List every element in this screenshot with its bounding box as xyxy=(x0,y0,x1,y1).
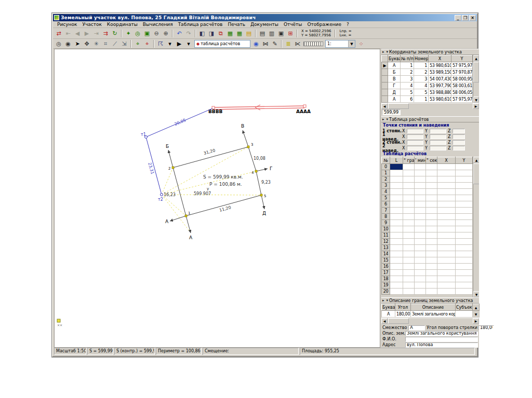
calc-cell[interactable] xyxy=(437,232,456,239)
calc-cell[interactable] xyxy=(456,176,473,183)
calc-cell[interactable] xyxy=(415,226,426,232)
calc-cell[interactable] xyxy=(415,251,426,257)
scroll-right-icon[interactable]: ▶ xyxy=(473,318,479,324)
calc-cell[interactable] xyxy=(390,289,403,295)
coords-cell-sel[interactable] xyxy=(382,89,388,96)
calc-cell[interactable] xyxy=(403,226,415,232)
calc-row-number[interactable]: 5 xyxy=(382,195,390,201)
coords-col-header[interactable] xyxy=(382,56,388,62)
calc-col-header[interactable]: L xyxy=(390,157,403,164)
calc-row[interactable]: 8 xyxy=(382,214,473,220)
menu-item-документы[interactable]: Документы xyxy=(248,22,281,27)
calc-cell[interactable] xyxy=(426,195,437,201)
collapse-right-icon[interactable]: ▸ xyxy=(382,117,384,121)
coords-cell-num[interactable]: 1 xyxy=(414,62,429,69)
calc-row-number[interactable]: 16 xyxy=(382,264,390,270)
scroll-down-icon[interactable]: ▼ xyxy=(473,97,479,103)
scroll-left-icon[interactable]: ◀ xyxy=(381,103,388,109)
desc-col-subject[interactable]: Субъект xyxy=(456,304,473,311)
coords-cell-y[interactable]: 58 006,050 xyxy=(451,89,473,96)
coords-col-header[interactable]: № п/п xyxy=(401,56,414,62)
table-row[interactable]: Б2253 989,150057 970,870 xyxy=(382,69,473,76)
calc-cell[interactable] xyxy=(437,176,456,183)
table-row[interactable]: Г4453 997,790058 003,610 xyxy=(382,83,473,89)
calc-cell[interactable] xyxy=(437,270,456,276)
calc-cell[interactable] xyxy=(456,164,473,170)
calc-cell[interactable] xyxy=(437,183,456,189)
point-input-y[interactable] xyxy=(430,140,446,145)
scroll-down-icon[interactable]: ▼ xyxy=(473,291,479,297)
calc-cell[interactable] xyxy=(390,208,403,214)
coords-cell-npp[interactable]: 6 xyxy=(401,96,414,103)
address-input[interactable] xyxy=(405,342,478,348)
report2-icon[interactable]: ▥ xyxy=(267,29,276,38)
zoom-in-icon[interactable]: ⊕ xyxy=(161,29,170,38)
calc-cell[interactable] xyxy=(390,214,403,220)
calc-cell[interactable] xyxy=(415,239,426,245)
menu-item-отображение[interactable]: Отображение xyxy=(304,22,344,27)
scroll-up-icon[interactable]: ▲ xyxy=(473,55,479,61)
calc-row-number[interactable]: 11 xyxy=(382,232,390,239)
layer-combo[interactable]: ◆ таблица расчётов xyxy=(194,40,250,48)
calc-cell[interactable] xyxy=(456,245,473,251)
calc-cell[interactable] xyxy=(426,257,437,264)
report-icon[interactable]: ▤ xyxy=(258,29,267,38)
calc-cell[interactable] xyxy=(415,183,426,189)
calc-col-header[interactable]: " сек xyxy=(426,157,437,164)
calc-row-number[interactable]: 8 xyxy=(382,214,390,220)
calc-row[interactable]: 15 xyxy=(382,257,473,264)
coords-cell-letter[interactable]: В xyxy=(388,76,401,83)
coords-cell-sel[interactable] xyxy=(382,96,388,103)
calc-cell[interactable] xyxy=(426,183,437,189)
print-icon[interactable]: ▣ xyxy=(276,29,286,38)
coords-col-header[interactable]: Буква xyxy=(388,56,401,62)
calc-row-number[interactable]: 19 xyxy=(382,282,390,289)
search-map-icon[interactable]: ◎ xyxy=(133,29,142,38)
calc-cell[interactable] xyxy=(437,220,456,226)
calc-row[interactable]: 19 xyxy=(382,282,473,289)
calc-cell[interactable] xyxy=(437,264,456,270)
coords-col-header[interactable]: Y xyxy=(451,56,473,62)
calc-row-number[interactable]: 20 xyxy=(382,289,390,295)
calc-cell[interactable] xyxy=(390,239,403,245)
coords-cell-letter[interactable]: А xyxy=(388,62,401,69)
table-row[interactable]: Д5553 988,880058 006,050 xyxy=(382,89,473,96)
calc-row-number[interactable]: 14 xyxy=(382,251,390,257)
calc-cell[interactable] xyxy=(415,276,426,282)
coords-cell-letter[interactable]: Г xyxy=(388,83,401,89)
calc-cell[interactable] xyxy=(437,239,456,245)
collapse-right-icon[interactable]: ▸ xyxy=(382,298,384,303)
drawing-canvas[interactable]: ВВВВ АААА т1 т2 20,05 23,31 xyxy=(54,49,380,348)
calc-col-header[interactable]: ' мин xyxy=(415,157,426,164)
calc-cell[interactable] xyxy=(390,176,403,183)
coords-cell-num[interactable]: 4 xyxy=(414,83,429,89)
menu-item-отчёты[interactable]: Отчёты xyxy=(281,22,305,27)
desc-row-descr[interactable]: Землі загального корист xyxy=(411,311,456,318)
visibility-icon[interactable]: ◉ xyxy=(251,39,261,48)
calc-cell[interactable] xyxy=(437,282,456,289)
calc-row[interactable]: 2 xyxy=(382,176,473,183)
calc-cell[interactable] xyxy=(390,189,403,195)
vertex-edit-icon[interactable]: ⌗ xyxy=(101,39,110,48)
calc-cell[interactable] xyxy=(437,170,456,176)
coords-cell-y[interactable]: 57 975,970 xyxy=(451,62,473,69)
search-red-icon[interactable]: ⌖ xyxy=(142,39,152,48)
zoom-dynamic-icon[interactable]: ◉ xyxy=(63,39,73,48)
coords-cell-y[interactable]: 57 975,970 xyxy=(451,96,473,103)
coords-cell-y[interactable]: 57 970,870 xyxy=(451,69,473,76)
calc-cell[interactable] xyxy=(456,276,473,282)
title-bar[interactable]: Земельный участок вул. Попова, 25 Гладки… xyxy=(53,14,477,21)
calc-cell[interactable] xyxy=(415,220,426,226)
calc-cell[interactable] xyxy=(390,257,403,264)
calc-row[interactable]: 14 xyxy=(382,251,473,257)
redo-icon[interactable]: ↷ xyxy=(184,29,193,38)
coords-table[interactable]: Буква№ п/пНомерXY ▶А1153 980,610057 975,… xyxy=(381,55,473,103)
calc-row[interactable]: 11 xyxy=(382,232,473,239)
calc-cell[interactable] xyxy=(403,245,415,251)
refresh-scale-icon[interactable]: ⁘ xyxy=(356,39,366,48)
coords-cell-x[interactable]: 53 989,1500 xyxy=(429,69,451,76)
calc-cell[interactable] xyxy=(426,208,437,214)
point-input-y[interactable] xyxy=(430,146,446,150)
calc-cell[interactable] xyxy=(390,232,403,239)
calc-cell[interactable] xyxy=(426,289,437,295)
